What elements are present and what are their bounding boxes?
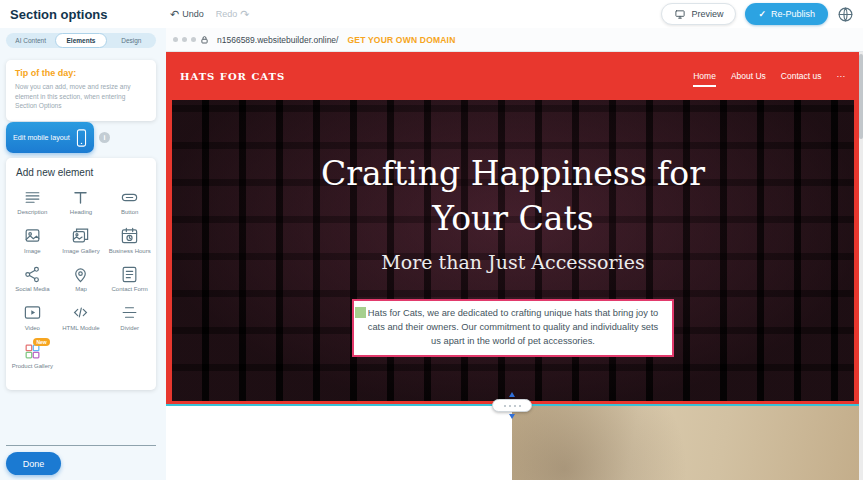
sidebar-tabs: AI Content Elements Design [6,33,156,48]
element-grid: Description Heading Button Image Image G… [8,182,154,375]
contact-form-icon [120,264,139,284]
element-label: Image Gallery [62,248,99,256]
handle-dot [514,405,516,407]
hero-heading[interactable]: Crafting Happiness for Your Cats [298,152,728,241]
add-element-title: Add new element [8,167,154,178]
browser-dot [173,37,178,42]
site-header: HATS FOR CATS Home About Us Contact us ⋯ [166,52,863,100]
globe-icon[interactable] [837,6,854,23]
republish-label: Re-Publish [771,9,815,19]
element-label: Image [24,248,41,256]
description-icon [23,187,42,207]
nav-more[interactable]: ⋯ [837,67,846,85]
hero-subheading[interactable]: More than Just Accessories [381,251,644,273]
nav-home[interactable]: Home [693,67,716,85]
browser-dot [191,37,196,42]
browser-bar: n1566589.websitebuilder.online/ GET YOUR… [166,28,863,52]
scrollbar-thumb[interactable] [859,54,863,139]
browser-dot [182,37,187,42]
done-button[interactable]: Done [6,452,61,475]
image-icon [23,226,42,246]
tab-ai-content[interactable]: AI Content [6,33,55,48]
site-logo[interactable]: HATS FOR CATS [180,71,285,82]
element-label: Heading [70,209,92,217]
element-tile-description[interactable]: Description [8,182,57,221]
arrow-down-icon [509,414,515,419]
handle-dot [504,405,506,407]
element-label: Business Hours [109,248,151,256]
element-tile-html-module[interactable]: HTML Module [57,298,106,337]
site-nav: Home About Us Contact us ⋯ [693,67,845,85]
hero-paragraph-text: Hats for Cats, we are dedicated to craft… [368,308,658,346]
drag-handle[interactable] [355,307,366,318]
element-tile-image-gallery[interactable]: Image Gallery [57,221,106,260]
next-section-image [512,406,863,480]
element-label: Description [17,209,47,217]
element-label: HTML Module [62,325,99,333]
undo-button[interactable]: ↶ Undo [170,9,204,20]
element-tile-video[interactable]: Video [8,298,57,337]
element-tile-button[interactable]: Button [105,182,154,221]
redo-icon: ↷ [240,9,249,20]
edit-mobile-label: Edit mobile layout [13,133,70,142]
get-domain-link[interactable]: GET YOUR OWN DOMAIN [347,35,455,45]
element-label: Button [121,209,138,217]
element-tile-image[interactable]: Image [8,221,57,260]
heading-icon [71,187,90,207]
section-resize-handle[interactable] [492,399,532,412]
element-label: Map [75,286,87,294]
site-preview: n1566589.websitebuilder.online/ GET YOUR… [166,28,863,480]
element-label: Product Gallery [12,363,53,371]
page-title: Section options [0,7,156,22]
element-tile-heading[interactable]: Heading [57,182,106,221]
html-module-icon [71,303,90,323]
element-tile-business-hours[interactable]: Business Hours [105,221,154,260]
website-canvas: HATS FOR CATS Home About Us Contact us ⋯… [166,52,863,480]
phone-icon [76,129,87,147]
site-url[interactable]: n1566589.websitebuilder.online/ [217,35,338,45]
tab-elements[interactable]: Elements [55,33,106,48]
preview-button[interactable]: Preview [661,3,736,25]
element-tile-map[interactable]: Map [57,259,106,298]
social-media-icon [23,264,42,284]
page-scrollbar [859,52,863,480]
hero-section: Crafting Happiness for Your Cats More th… [166,100,863,406]
new-badge: New [33,338,49,346]
divider-icon [120,303,139,323]
element-label: Divider [120,325,139,333]
redo-label: Redo [216,9,238,19]
tip-body: Now you can add, move and resize any ele… [15,82,147,111]
tab-design[interactable]: Design [107,33,156,48]
nav-about-us[interactable]: About Us [731,67,766,85]
monitor-icon [674,9,686,20]
undo-redo-group: ↶ Undo Redo ↷ [170,9,249,20]
element-tile-contact-form[interactable]: Contact Form [105,259,154,298]
redo-button[interactable]: Redo ↷ [216,9,250,20]
image-gallery-icon [71,226,90,246]
sidebar-divider [6,445,156,446]
republish-button[interactable]: ✓ Re-Publish [745,3,828,25]
hero-background-image: Crafting Happiness for Your Cats More th… [172,100,854,401]
topbar-actions: Preview ✓ Re-Publish [661,3,863,25]
element-label: Social Media [15,286,49,294]
element-tile-social-media[interactable]: Social Media [8,259,57,298]
undo-label: Undo [182,9,204,19]
button-icon [120,187,139,207]
map-pin-icon [71,264,90,284]
element-tile-divider[interactable]: Divider [105,298,154,337]
element-label: Video [25,325,40,333]
handle-dot [519,405,521,407]
undo-icon: ↶ [170,9,179,20]
preview-label: Preview [691,9,723,19]
info-icon[interactable]: i [99,132,110,143]
edit-mobile-layout-button[interactable]: Edit mobile layout [6,122,94,153]
video-icon [23,303,42,323]
nav-contact-us[interactable]: Contact us [781,67,822,85]
tip-title: Tip of the day: [15,68,147,78]
handle-dot [509,405,511,407]
add-element-panel: Add new element Description Heading Butt… [6,158,156,390]
hero-paragraph[interactable]: Hats for Cats, we are dedicated to craft… [352,299,674,357]
element-label: Contact Form [111,286,147,294]
topbar: Section options ↶ Undo Redo ↷ Preview ✓ … [0,0,863,28]
element-tile-product-gallery[interactable]: New Product Gallery [8,336,57,375]
